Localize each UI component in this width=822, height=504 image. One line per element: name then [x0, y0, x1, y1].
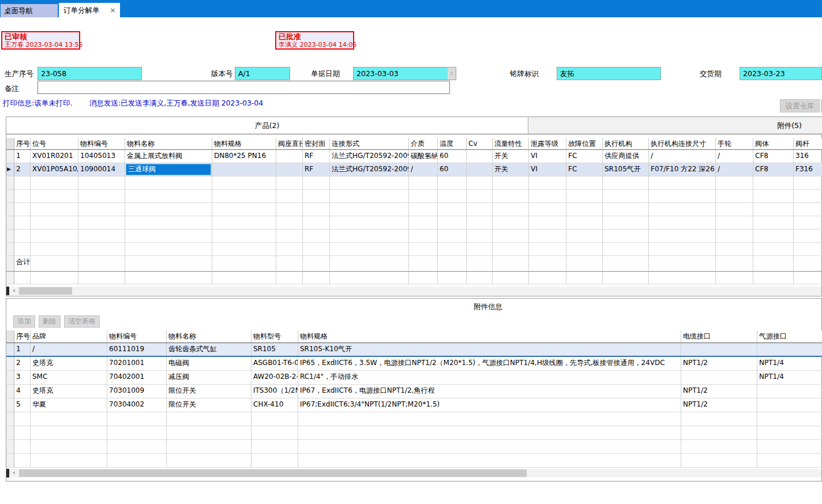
- table-cell[interactable]: /: [31, 343, 107, 356]
- table-row[interactable]: 2史塔克70201001电磁阀ASGB01-T6-0IP65，ExdIICT6，…: [6, 357, 822, 371]
- table-row[interactable]: 4史塔克70301009限位开关ITS300（1/2NIP67，ExdIICT6…: [6, 385, 822, 398]
- table-cell[interactable]: [467, 150, 493, 163]
- column-header[interactable]: 阀体: [753, 138, 794, 149]
- product-hscrollbar[interactable]: ‹: [6, 287, 821, 295]
- close-icon[interactable]: ×: [110, 3, 116, 17]
- column-header[interactable]: 物料型号: [252, 330, 298, 343]
- table-cell[interactable]: [757, 398, 822, 412]
- table-cell[interactable]: 5: [14, 398, 31, 412]
- table-cell[interactable]: FC: [566, 163, 603, 176]
- table-cell[interactable]: 电磁阀: [167, 357, 252, 371]
- table-cell[interactable]: NPT1/4: [757, 371, 822, 385]
- delivery-date-input[interactable]: 2023-03-23: [740, 67, 822, 80]
- table-cell[interactable]: 减压阀: [167, 371, 252, 385]
- cell-edit-box[interactable]: 三通球阀: [126, 164, 211, 175]
- table-cell[interactable]: RF: [303, 163, 330, 176]
- table-cell[interactable]: 3: [14, 371, 31, 385]
- column-header[interactable]: 电缆接口: [681, 330, 757, 343]
- tab-product[interactable]: 产品(2): [6, 117, 528, 134]
- column-header[interactable]: 手轮: [716, 138, 753, 149]
- table-cell[interactable]: F07/F10 方22 深26: [649, 163, 716, 176]
- column-header[interactable]: 序号: [14, 330, 31, 343]
- table-cell[interactable]: 60111019: [107, 343, 167, 356]
- table-cell[interactable]: [757, 343, 822, 356]
- column-header[interactable]: 故障位置: [566, 138, 603, 149]
- column-header[interactable]: 执行机构: [603, 138, 649, 149]
- column-header[interactable]: 介质: [409, 138, 438, 149]
- table-cell[interactable]: /: [716, 150, 753, 163]
- table-cell[interactable]: 70304002: [107, 398, 167, 412]
- scroll-thumb[interactable]: [19, 469, 527, 477]
- scroll-thumb[interactable]: [19, 287, 72, 295]
- attachment-hscrollbar[interactable]: ‹: [6, 469, 821, 477]
- column-header[interactable]: 执行机构连接尺寸: [649, 138, 716, 149]
- table-cell[interactable]: 开关: [493, 163, 529, 176]
- table-cell[interactable]: [757, 385, 822, 398]
- table-cell[interactable]: 316: [794, 150, 822, 163]
- table-cell[interactable]: [467, 163, 493, 176]
- table-cell[interactable]: NPT1/2: [681, 357, 757, 371]
- table-cell[interactable]: [276, 150, 303, 163]
- table-cell[interactable]: NPT1/4: [757, 357, 822, 371]
- table-cell[interactable]: F316: [794, 163, 822, 176]
- table-cell[interactable]: CF8: [753, 163, 794, 176]
- column-header[interactable]: 位号: [31, 138, 78, 149]
- column-header[interactable]: 连接形式: [330, 138, 409, 149]
- table-row[interactable]: 5华夏70304002限位开关CHX-410IP67;ExdIICT6;3/4"…: [6, 398, 822, 412]
- table-cell[interactable]: /: [409, 163, 438, 176]
- chevron-down-icon[interactable]: ∨: [447, 67, 456, 80]
- table-cell[interactable]: RF: [303, 150, 330, 163]
- tab-order-breakdown[interactable]: 订单分解单 ×: [59, 3, 120, 17]
- table-cell[interactable]: 70301009: [107, 385, 167, 398]
- column-header[interactable]: 密封面: [303, 138, 330, 149]
- table-cell[interactable]: CHX-410: [252, 398, 298, 412]
- column-header[interactable]: 物料名称: [125, 138, 212, 149]
- table-cell[interactable]: 2: [14, 163, 31, 176]
- column-header[interactable]: 气源接口: [757, 330, 822, 343]
- table-cell[interactable]: 开关: [493, 150, 529, 163]
- tab-attachment[interactable]: 附件(5): [528, 117, 822, 134]
- table-cell[interactable]: 2: [14, 357, 31, 371]
- column-header[interactable]: 流量特性: [493, 138, 529, 149]
- set-warehouse-button[interactable]: 设置仓库: [780, 99, 820, 112]
- table-cell[interactable]: IP67;ExdIICT6;3/4"NPT(1/2NPT;M20*1.5): [298, 398, 681, 412]
- column-header[interactable]: 温度: [438, 138, 467, 149]
- table-cell[interactable]: 4: [14, 385, 31, 398]
- table-cell[interactable]: 60: [438, 150, 467, 163]
- table-cell[interactable]: 70402001: [107, 371, 167, 385]
- column-header[interactable]: Cv: [467, 138, 493, 149]
- table-cell[interactable]: IP65，ExdIICT6，3.5W，电源接口NPT1/2（M20*1.5)，气…: [298, 357, 681, 371]
- tab-desktop-nav[interactable]: 桌面导航: [1, 4, 58, 17]
- table-row[interactable]: 1XV01R020110405013金属上展式放料阀DN80*25 PN16RF…: [6, 150, 822, 163]
- table-cell[interactable]: [681, 371, 757, 385]
- column-header[interactable]: 品牌: [31, 330, 107, 343]
- column-header[interactable]: 物料名称: [167, 330, 252, 343]
- table-cell[interactable]: SR105气开: [603, 163, 649, 176]
- clear-table-button[interactable]: 清空表格: [64, 315, 100, 328]
- table-cell[interactable]: 限位开关: [167, 398, 252, 412]
- scroll-left-arrow-icon[interactable]: ‹: [10, 469, 18, 477]
- table-cell[interactable]: SMC: [31, 371, 107, 385]
- column-header[interactable]: 物料规格: [212, 138, 276, 149]
- table-cell[interactable]: CF8: [753, 150, 794, 163]
- table-cell[interactable]: 碳酸氢钠: [409, 150, 438, 163]
- version-input[interactable]: A/1: [235, 67, 290, 80]
- production-no-input[interactable]: 23-058: [37, 67, 142, 80]
- table-cell[interactable]: NPT1/2: [681, 398, 757, 412]
- column-header[interactable]: 阀座直径: [276, 138, 303, 149]
- table-cell[interactable]: IP67，ExdIICT6，电源接口NPT1/2,角行程: [298, 385, 681, 398]
- table-cell[interactable]: 60: [438, 163, 467, 176]
- doc-date-combo[interactable]: 2023-03-03 ∨: [353, 67, 456, 80]
- table-cell[interactable]: 供应商提供: [603, 150, 649, 163]
- scroll-left-arrow-icon[interactable]: ‹: [10, 287, 18, 295]
- table-cell[interactable]: 金属上展式放料阀: [125, 150, 212, 163]
- table-cell[interactable]: 10900014: [78, 163, 125, 176]
- table-cell[interactable]: DN80*25 PN16: [212, 150, 276, 163]
- table-row[interactable]: ▶2XV01P05A10/10900014三通球阀RF法兰式HG/T20592-…: [6, 163, 822, 176]
- table-cell[interactable]: VI: [529, 150, 566, 163]
- table-cell[interactable]: /: [649, 150, 716, 163]
- column-header[interactable]: 泄露等级: [529, 138, 566, 149]
- table-cell[interactable]: [212, 163, 276, 176]
- delete-button[interactable]: 删除: [39, 315, 61, 328]
- table-cell[interactable]: FC: [566, 150, 603, 163]
